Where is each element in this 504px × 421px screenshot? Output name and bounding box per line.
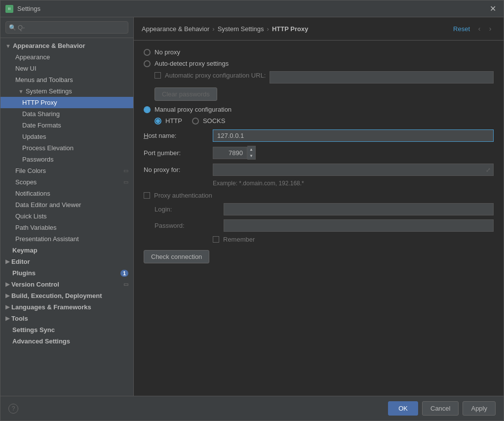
password-input[interactable] <box>224 219 494 232</box>
collapse-icon: ▭ <box>123 179 128 185</box>
titlebar: ⌗ Settings ✕ <box>0 0 504 17</box>
ok-button[interactable]: OK <box>388 401 418 416</box>
login-input[interactable] <box>224 203 494 215</box>
host-name-input[interactable] <box>213 129 494 142</box>
proxy-auth-label[interactable]: Proxy authentication <box>154 192 212 199</box>
apply-button[interactable]: Apply <box>463 401 496 416</box>
no-proxy-row: No proxy <box>144 48 494 56</box>
sidebar-item-languages[interactable]: ▶ Languages & Frameworks <box>0 301 133 313</box>
expand-icon: ⤢ <box>486 167 491 173</box>
main-content: 🔍 ▼ Appearance & Behavior Appearance New… <box>0 17 504 396</box>
sidebar-item-updates[interactable]: Updates <box>0 131 133 142</box>
reset-button[interactable]: Reset <box>453 25 470 33</box>
sidebar-item-new-ui[interactable]: New UI <box>0 63 133 74</box>
sidebar-item-appearance-behavior[interactable]: ▼ Appearance & Behavior <box>0 40 133 51</box>
port-increment-button[interactable]: ▲ <box>247 146 255 153</box>
auto-config-label[interactable]: Automatic proxy configuration URL: <box>165 72 266 79</box>
auto-config-checkbox[interactable] <box>155 72 161 79</box>
no-proxy-for-input[interactable] <box>213 164 494 176</box>
sidebar-item-tools[interactable]: ▶ Tools <box>0 313 133 324</box>
no-proxy-label[interactable]: No proxy <box>155 48 180 56</box>
breadcrumb-separator: › <box>267 25 269 33</box>
sidebar-item-notifications[interactable]: Notifications <box>0 188 133 199</box>
settings-window: ⌗ Settings ✕ 🔍 ▼ Appearance & Behavior <box>0 0 504 421</box>
no-proxy-for-input-wrapper: ⤢ <box>213 164 494 176</box>
password-label: Password: <box>155 222 224 229</box>
plugins-count: 1 <box>120 270 128 277</box>
forward-button[interactable]: › <box>485 23 496 34</box>
socks-label[interactable]: SOCKS <box>203 117 226 125</box>
sidebar-item-path-variables[interactable]: Path Variables <box>0 222 133 233</box>
sidebar-item-system-settings[interactable]: ▼ System Settings <box>0 85 133 97</box>
socks-radio[interactable] <box>192 118 199 125</box>
collapse-icon: ▭ <box>123 281 128 288</box>
manual-proxy-row: Manual proxy configuration <box>144 106 494 113</box>
sidebar: 🔍 ▼ Appearance & Behavior Appearance New… <box>0 17 134 396</box>
arrow-icon: ▶ <box>5 281 9 288</box>
nav-tree: ▼ Appearance & Behavior Appearance New U… <box>0 38 133 396</box>
no-proxy-radio[interactable] <box>144 49 151 56</box>
sidebar-item-date-formats[interactable]: Date Formats <box>0 120 133 131</box>
manual-proxy-radio[interactable] <box>144 106 151 113</box>
close-button[interactable]: ✕ <box>487 3 499 15</box>
sidebar-item-menus-toolbars[interactable]: Menus and Toolbars <box>0 74 133 85</box>
no-proxy-for-row: No proxy for: ⤢ <box>144 164 494 176</box>
spinner-buttons: ▲ ▼ <box>247 146 256 160</box>
sidebar-item-version-control[interactable]: ▶ Version Control ▭ <box>0 279 133 290</box>
port-number-row: Port number: ▲ ▼ <box>144 146 494 160</box>
auto-config-url-input[interactable] <box>270 71 494 84</box>
http-radio[interactable] <box>155 118 161 125</box>
http-label[interactable]: HTTP <box>165 117 182 125</box>
manual-proxy-label[interactable]: Manual proxy configuration <box>155 106 232 113</box>
host-name-row: Host name: <box>144 129 494 142</box>
sidebar-item-build-exec[interactable]: ▶ Build, Execution, Deployment <box>0 290 133 301</box>
auto-detect-radio[interactable] <box>144 60 151 67</box>
help-button[interactable]: ? <box>8 404 18 414</box>
clear-passwords-section: Clear passwords <box>155 87 494 101</box>
port-input[interactable] <box>213 147 247 159</box>
sidebar-item-file-colors[interactable]: File Colors ▭ <box>0 165 133 176</box>
no-proxy-for-label: No proxy for: <box>144 166 213 173</box>
footer: ? OK Cancel Apply <box>0 396 504 421</box>
sidebar-item-data-editor[interactable]: Data Editor and Viewer <box>0 199 133 210</box>
sidebar-item-quick-lists[interactable]: Quick Lists <box>0 210 133 222</box>
auto-config-checkbox-row: Automatic proxy configuration URL: <box>155 72 266 79</box>
sidebar-item-http-proxy[interactable]: HTTP Proxy <box>0 97 133 108</box>
cancel-button[interactable]: Cancel <box>422 401 459 416</box>
sidebar-item-process-elevation[interactable]: Process Elevation <box>0 142 133 154</box>
collapse-arrow: ▼ <box>18 88 24 94</box>
port-decrement-button[interactable]: ▼ <box>247 153 255 159</box>
sidebar-item-editor[interactable]: ▶ Editor <box>0 256 133 267</box>
clear-passwords-button[interactable]: Clear passwords <box>155 87 217 101</box>
sidebar-item-appearance[interactable]: Appearance <box>0 51 133 63</box>
check-connection-button[interactable]: Check connection <box>144 250 209 263</box>
sidebar-item-settings-sync[interactable]: Settings Sync <box>0 324 133 336</box>
sidebar-item-scopes[interactable]: Scopes ▭ <box>0 176 133 188</box>
footer-left: ? <box>8 404 18 414</box>
proxy-auth-checkbox[interactable] <box>144 192 150 199</box>
collapse-icon: ▭ <box>123 168 128 174</box>
sidebar-item-plugins[interactable]: Plugins 1 <box>0 267 133 279</box>
sidebar-item-passwords[interactable]: Passwords <box>0 154 133 165</box>
search-input[interactable] <box>5 21 128 34</box>
remember-checkbox[interactable] <box>213 236 219 243</box>
window-title: Settings <box>17 5 487 12</box>
appearance-behavior-children: Appearance New UI Menus and Toolbars ▼ S… <box>0 51 133 245</box>
sidebar-item-presentation-assistant[interactable]: Presentation Assistant <box>0 233 133 245</box>
remember-label[interactable]: Remember <box>223 236 255 243</box>
footer-right: OK Cancel Apply <box>388 401 496 416</box>
settings-panel: No proxy Auto-detect proxy settings Auto… <box>134 41 504 396</box>
breadcrumb: Appearance & Behavior › System Settings … <box>134 17 504 41</box>
back-button[interactable]: ‹ <box>474 23 485 34</box>
auto-detect-label[interactable]: Auto-detect proxy settings <box>155 60 229 67</box>
collapse-arrow: ▼ <box>5 43 11 49</box>
port-number-label: Port number: <box>144 149 213 157</box>
sidebar-item-data-sharing[interactable]: Data Sharing <box>0 108 133 120</box>
http-radio-row: HTTP <box>155 117 182 125</box>
sidebar-item-advanced-settings[interactable]: Advanced Settings <box>0 336 133 347</box>
auto-detect-row: Auto-detect proxy settings <box>144 60 494 67</box>
proxy-auth-section: Login: Password: Remember <box>155 203 494 243</box>
search-box: 🔍 <box>0 17 133 38</box>
sidebar-item-keymap[interactable]: Keymap <box>0 245 133 256</box>
remember-row: Remember <box>213 236 494 243</box>
